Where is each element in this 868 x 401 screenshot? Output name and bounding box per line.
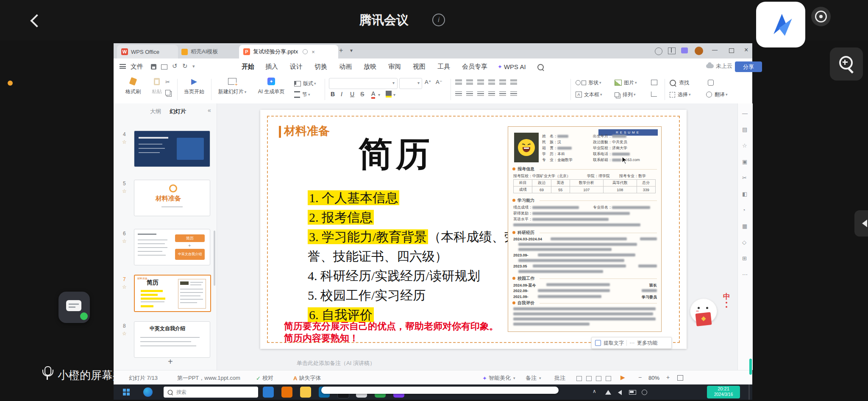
columns-icon[interactable]	[510, 92, 517, 96]
qat-dropdown-icon[interactable]: ▾	[192, 64, 195, 69]
slide-thumbnail-5[interactable]: 材料准备	[134, 180, 210, 216]
avatar[interactable]	[695, 47, 703, 55]
tab-home[interactable]: W WPS Office	[117, 45, 178, 58]
menu-tab-slideshow[interactable]: 放映	[361, 58, 379, 75]
thumb-7-star-icon[interactable]: ☆	[122, 284, 127, 290]
translate-button[interactable]: 翻译▾	[706, 90, 728, 99]
taskbar-app-icon[interactable]	[263, 387, 274, 398]
slide-thumbnail-4[interactable]	[134, 131, 210, 167]
hamburger-icon[interactable]	[120, 64, 126, 69]
play-current-button[interactable]: ▶ 当页开始	[181, 76, 208, 95]
chat-button[interactable]	[58, 292, 90, 323]
zoom-out-button[interactable]: −	[638, 374, 642, 381]
panel-collapse-icon[interactable]: «	[208, 107, 211, 114]
cut-icon[interactable]: ✂	[165, 79, 170, 85]
align-right-icon[interactable]	[477, 92, 484, 96]
view-reading-icon[interactable]	[596, 376, 601, 381]
window-minimize-button[interactable]: —	[712, 47, 718, 53]
menu-tab-member[interactable]: 会员专享	[459, 58, 490, 75]
status-proofing[interactable]: ✓校对	[256, 374, 273, 382]
menu-tab-review[interactable]: 审阅	[386, 58, 403, 75]
tray-volume-icon[interactable]	[618, 390, 622, 395]
taskbar-clock[interactable]: 20:21 2024/3/16	[707, 386, 740, 398]
status-notes-button[interactable]: 备注▾	[526, 374, 541, 382]
strikethrough-button[interactable]: S	[360, 91, 364, 97]
tray-network-icon[interactable]	[605, 390, 611, 395]
zoom-level[interactable]: 80%	[648, 375, 659, 381]
tab-list-dropdown[interactable]: ▾	[350, 47, 353, 53]
share-button[interactable]: 分享	[735, 61, 762, 72]
notes-placeholder[interactable]: 单击此处添加备注（AI 演讲稿）	[297, 359, 375, 367]
sidebar-properties-icon[interactable]: ▤	[742, 126, 747, 133]
tray-caret-icon[interactable]: ∧	[593, 388, 596, 394]
slide-thumbnail-7-selected[interactable]: 材料准备 简历	[134, 275, 211, 312]
format-painter-button[interactable]: 格式刷	[120, 76, 147, 95]
menu-tab-transition[interactable]: 切换	[312, 58, 330, 75]
chart-icon[interactable]	[651, 92, 657, 97]
layout-button[interactable]: 版式▾	[294, 79, 316, 88]
image-button[interactable]: 图片▾	[615, 78, 637, 87]
tray-globe-icon[interactable]	[642, 390, 647, 395]
more-functions-button[interactable]: 更多功能	[637, 340, 657, 347]
font-color-button[interactable]: A	[371, 91, 375, 99]
slide-canvas[interactable]: 材料准备 简历 1. 个人基本信息 2. 报考信息 3. 学习能力/教育背景（本…	[260, 110, 687, 349]
tab-template[interactable]: 稻壳AI模板	[177, 45, 241, 58]
horizontal-scrollbar[interactable]	[321, 387, 559, 394]
menu-tab-start[interactable]: 开始	[239, 58, 257, 76]
add-slide-button[interactable]: +	[168, 357, 173, 367]
window-close-button[interactable]: ×	[744, 46, 748, 54]
align-distribute-icon[interactable]	[499, 92, 506, 96]
show-desktop-strip[interactable]	[748, 384, 750, 400]
sidebar-crop-icon[interactable]: ✂	[742, 175, 747, 181]
numbered-list-icon[interactable]	[466, 80, 473, 84]
layout-split-icon[interactable]	[668, 47, 676, 54]
slide-thumbnail-8[interactable]: 中英文自我介绍	[134, 321, 210, 358]
highlight-dropdown-icon[interactable]: ▾	[393, 92, 395, 97]
sidebar-grid-icon[interactable]: ▦	[742, 223, 747, 229]
sidebar-objects-icon[interactable]: ▣	[742, 159, 747, 165]
line-spacing-icon[interactable]	[499, 80, 506, 84]
new-tab-button[interactable]: +	[339, 47, 343, 54]
status-missing-font[interactable]: A缺失字体	[293, 374, 321, 382]
print-icon[interactable]	[161, 64, 167, 70]
tab-outline[interactable]: 大纲	[150, 108, 161, 115]
font-family-select[interactable]: ▾	[329, 78, 398, 89]
arrange-button[interactable]: 排列▾	[615, 90, 636, 99]
panel-scrollbar[interactable]	[214, 231, 215, 286]
windows-start-button[interactable]	[123, 389, 130, 395]
menu-tab-view[interactable]: 视图	[410, 58, 428, 75]
collab-icon[interactable]	[655, 47, 662, 55]
font-decrease-button[interactable]: A⁻	[436, 79, 442, 85]
bold-button[interactable]: B	[331, 91, 335, 97]
shapes-button[interactable]: 形状▾	[576, 78, 601, 87]
redo-icon[interactable]: ↻	[182, 62, 188, 70]
font-size-select[interactable]: ▾	[399, 78, 422, 89]
textbox-button[interactable]: A 文本框▾	[576, 90, 602, 99]
text-direction-icon[interactable]	[510, 80, 517, 84]
vertical-scrollbar[interactable]	[749, 359, 752, 375]
thumb-5-star-icon[interactable]: ☆	[122, 188, 127, 194]
menu-search-icon[interactable]	[537, 64, 544, 70]
align-justify-icon[interactable]	[488, 92, 495, 96]
highlight-button[interactable]	[386, 91, 392, 97]
collapse-panel-button[interactable]	[854, 210, 868, 237]
taskbar-search-box[interactable]: 搜索	[164, 387, 258, 398]
tab-slides[interactable]: 幻灯片	[170, 108, 186, 115]
menu-tab-design[interactable]: 设计	[287, 58, 305, 75]
info-icon[interactable]: i	[432, 14, 445, 26]
bullet-list-icon[interactable]	[455, 80, 462, 84]
zoom-in-button[interactable]: +	[666, 374, 670, 381]
window-restore-button[interactable]	[729, 48, 734, 53]
menu-file[interactable]: 文件	[128, 58, 146, 75]
menu-tab-insert[interactable]: 插入	[263, 58, 281, 75]
taskbar-app-icon[interactable]	[281, 387, 292, 398]
thumb-8-star-icon[interactable]: ☆	[122, 331, 127, 337]
section-button[interactable]: 节▾	[294, 90, 310, 99]
tab-document-active[interactable]: P 复试经验分享.pptx ×	[239, 45, 338, 58]
select-button[interactable]: 选择▾	[670, 90, 691, 99]
sidebar-shape-icon[interactable]: ◇	[742, 239, 746, 245]
back-button[interactable]	[28, 13, 43, 28]
thumb-6-star-icon[interactable]: ☆	[122, 238, 127, 244]
copy-icon[interactable]	[165, 90, 170, 95]
underline-button[interactable]: U	[350, 91, 354, 97]
